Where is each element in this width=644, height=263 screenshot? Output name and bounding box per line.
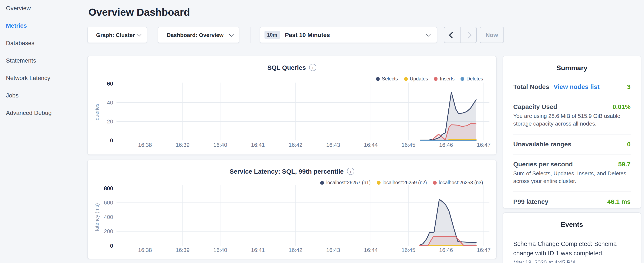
svg-text:16:46: 16:46: [439, 247, 453, 253]
sidebar-item-jobs[interactable]: Jobs: [6, 92, 81, 99]
time-range-selector[interactable]: 10m Past 10 Minutes: [260, 27, 437, 43]
page: OverviewMetricsDatabasesStatementsNetwor…: [0, 0, 644, 263]
svg-text:16:40: 16:40: [213, 142, 227, 148]
summary-row: Total NodesView nodes list3: [513, 73, 630, 97]
svg-text:16:43: 16:43: [326, 247, 340, 253]
svg-text:16:45: 16:45: [402, 142, 415, 148]
previous-time-window-button[interactable]: [444, 27, 460, 43]
summary-row-value: 46.1 ms: [607, 198, 630, 205]
next-time-window-button[interactable]: [460, 27, 476, 43]
svg-text:16:39: 16:39: [176, 142, 190, 148]
svg-text:16:39: 16:39: [176, 247, 190, 253]
chevron-right-icon: [465, 32, 472, 38]
event-timestamp: May 13, 2020 at 4:45 PM: [513, 259, 630, 263]
svg-text:60: 60: [107, 80, 113, 87]
dashboard-dropdown-label: Dashboard: Overview: [167, 32, 224, 38]
service-latency-chart-plot[interactable]: 16:3816:3916:4016:4116:4216:4316:4416:45…: [88, 160, 497, 259]
svg-text:16:45: 16:45: [402, 247, 415, 253]
summary-panel: Summary Total NodesView nodes list3Capac…: [502, 56, 641, 208]
events-title: Events: [513, 213, 630, 229]
sql-queries-chart-card: SQL Queries SelectsUpdatesInsertsDeletes…: [87, 56, 497, 155]
svg-text:16:47: 16:47: [477, 247, 490, 253]
svg-text:16:42: 16:42: [288, 142, 302, 148]
sidebar-item-network-latency[interactable]: Network Latency: [6, 75, 81, 81]
graph-dropdown[interactable]: Graph: Cluster: [87, 27, 147, 43]
svg-text:20: 20: [107, 118, 113, 125]
time-range-label: Past 10 Minutes: [285, 32, 330, 38]
sql-queries-chart-plot[interactable]: 16:3816:3916:4016:4116:4216:4316:4416:45…: [88, 56, 497, 155]
y-axis-title: latency (ms): [94, 203, 100, 231]
viewport: OverviewMetricsDatabasesStatementsNetwor…: [0, 0, 644, 263]
chevron-down-icon: [426, 32, 431, 37]
svg-text:40: 40: [107, 99, 113, 106]
page-title: Overview Dashboard: [88, 6, 190, 18]
graph-dropdown-label: Graph: Cluster: [96, 32, 135, 38]
chevron-down-icon: [229, 32, 234, 37]
summary-row-description: Sum of Selects, Updates, Inserts, and De…: [513, 170, 630, 185]
svg-text:16:42: 16:42: [288, 247, 302, 253]
svg-text:600: 600: [104, 199, 113, 206]
time-range-badge: 10m: [264, 31, 280, 39]
now-button[interactable]: Now: [480, 27, 504, 43]
summary-row-label: Capacity Used: [513, 103, 557, 110]
event-text: Schema Change Completed: Schema change w…: [513, 239, 630, 258]
sidebar-item-metrics[interactable]: Metrics: [6, 22, 81, 29]
summary-rows: Total NodesView nodes list3Capacity Used…: [513, 73, 630, 211]
svg-text:16:38: 16:38: [138, 142, 152, 148]
chevron-down-icon: [137, 32, 142, 37]
grid: 16:3816:3916:4016:4116:4216:4316:4416:45…: [107, 80, 490, 148]
sidebar: OverviewMetricsDatabasesStatementsNetwor…: [0, 0, 81, 263]
time-step-buttons: [444, 27, 477, 43]
summary-row: Queries per second59.7Sum of Selects, Up…: [513, 154, 630, 191]
svg-text:400: 400: [104, 214, 113, 220]
controls-divider: [250, 27, 250, 43]
event-list: Schema Change Completed: Schema change w…: [513, 239, 630, 263]
summary-row-label: Total Nodes: [513, 83, 549, 90]
events-panel: Events Schema Change Completed: Schema c…: [502, 212, 641, 263]
view-nodes-list-link[interactable]: View nodes list: [554, 83, 599, 90]
summary-row-value: 0: [627, 140, 630, 148]
summary-row-label: Unavailable ranges: [513, 140, 571, 148]
svg-text:16:44: 16:44: [364, 247, 378, 253]
svg-text:16:47: 16:47: [477, 142, 490, 148]
event-item[interactable]: Schema Change Completed: Schema change w…: [513, 239, 630, 263]
summary-row: Unavailable ranges0: [513, 134, 630, 154]
dashboard-dropdown[interactable]: Dashboard: Overview: [158, 27, 240, 43]
sidebar-item-statements[interactable]: Statements: [6, 57, 81, 64]
service-latency-chart-card: Service Latency: SQL, 99th percentile lo…: [87, 160, 497, 259]
svg-text:16:40: 16:40: [213, 247, 227, 253]
summary-row: P99 latency46.1 ms: [513, 191, 630, 211]
sidebar-item-advanced-debug[interactable]: Advanced Debug: [6, 109, 81, 116]
chevron-left-icon: [449, 32, 456, 38]
summary-title: Summary: [513, 56, 630, 73]
y-axis-title: queries: [94, 104, 100, 120]
svg-text:0: 0: [110, 242, 113, 249]
summary-row: Capacity Used0.01%You are using 28.6 MiB…: [513, 97, 630, 134]
svg-text:16:43: 16:43: [326, 142, 340, 148]
svg-text:16:46: 16:46: [439, 142, 453, 148]
summary-row-label: P99 latency: [513, 198, 548, 205]
summary-row-description: You are using 28.6 MiB of 515.9 GiB usab…: [513, 112, 630, 128]
svg-text:16:41: 16:41: [251, 142, 265, 148]
svg-text:16:38: 16:38: [138, 247, 152, 253]
sidebar-item-databases[interactable]: Databases: [6, 40, 81, 46]
summary-row-value: 59.7: [618, 160, 630, 168]
summary-row-value: 3: [627, 83, 630, 90]
svg-text:16:44: 16:44: [364, 142, 378, 148]
svg-text:16:41: 16:41: [251, 247, 265, 253]
svg-text:800: 800: [104, 185, 113, 191]
summary-row-label: Queries per second: [513, 160, 573, 168]
sidebar-item-overview[interactable]: Overview: [6, 5, 81, 12]
svg-text:200: 200: [104, 228, 113, 234]
svg-text:0: 0: [110, 137, 113, 144]
summary-row-value: 0.01%: [612, 103, 630, 110]
